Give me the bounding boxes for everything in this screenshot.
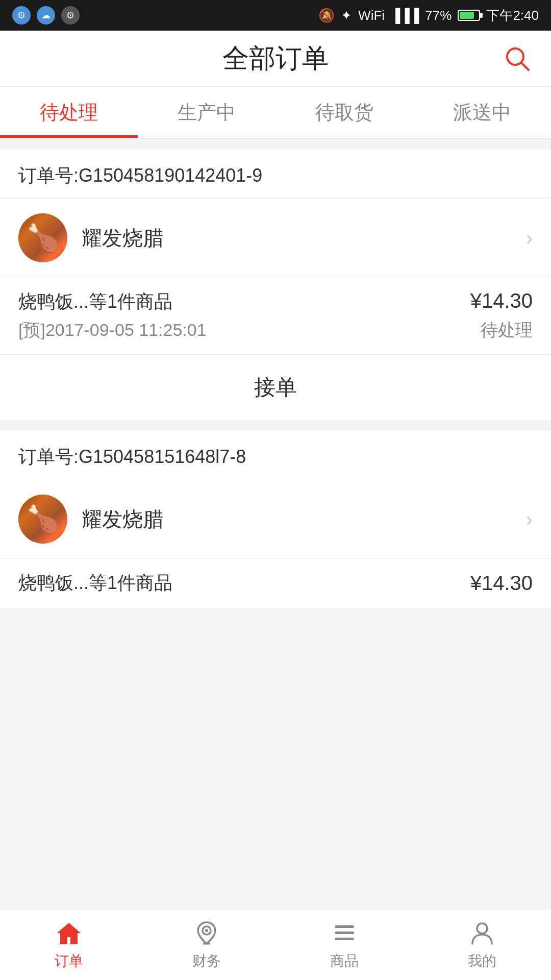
menu-lines-icon: [330, 919, 359, 947]
nav-mine[interactable]: 我的: [413, 909, 551, 980]
nav-mine-label: 我的: [468, 951, 496, 971]
svg-rect-6: [335, 925, 354, 928]
status-bar: ⚙ ☁ ⚙ 🔕 ✦ WiFi ▐▐▐ 77% 下午2:40: [0, 0, 551, 31]
nav-finance-label: 财务: [192, 951, 221, 971]
order-time-1: [预]2017-09-05 11:25:01: [18, 318, 207, 342]
tab-delivering[interactable]: 派送中: [413, 87, 551, 138]
chevron-right-icon-2: ›: [526, 508, 533, 531]
svg-rect-7: [335, 932, 354, 934]
search-icon: [504, 45, 531, 72]
tab-pending[interactable]: 待处理: [0, 87, 138, 138]
merchant-avatar-2: [18, 495, 67, 544]
tab-pickup[interactable]: 待取货: [276, 87, 413, 138]
order-card-2: 订单号:G150458151648l7-8 耀发烧腊 › 烧鸭饭...等1件商品…: [0, 430, 551, 608]
battery-icon: [458, 10, 480, 21]
merchant-avatar-1: [18, 213, 67, 262]
notification-icon-3: ⚙: [61, 6, 80, 24]
nav-orders-label: 订单: [55, 951, 83, 971]
mute-icon: 🔕: [318, 8, 335, 23]
battery-percent: 77%: [425, 8, 452, 23]
person-icon: [468, 919, 496, 947]
home-icon: [55, 919, 83, 947]
svg-marker-2: [57, 923, 81, 944]
status-right-icons: 🔕 ✦ WiFi ▐▐▐ 77% 下午2:40: [318, 7, 539, 24]
tab-bar: 待处理 生产中 待取货 派送中: [0, 87, 551, 139]
merchant-name-2: 耀发烧腊: [82, 505, 526, 533]
location-pin-icon: [192, 919, 221, 947]
merchant-row-1[interactable]: 耀发烧腊 ›: [0, 199, 551, 277]
wifi-icon: WiFi: [358, 8, 385, 23]
order-id-2: 订单号:G150458151648l7-8: [0, 430, 551, 480]
page-header: 全部订单: [0, 31, 551, 87]
partial-price: ¥14.30: [470, 572, 533, 595]
accept-row-1: 接单: [0, 354, 551, 420]
nav-orders[interactable]: 订单: [0, 909, 138, 980]
order-card-1: 订单号:G150458190142401-9 耀发烧腊 › 烧鸭饭...等1件商…: [0, 149, 551, 420]
signal-icon: ▐▐▐: [391, 8, 419, 23]
partial-order-row: 烧鸭饭...等1件商品 ¥14.30: [0, 558, 551, 608]
svg-rect-8: [335, 938, 354, 940]
partial-items: 烧鸭饭...等1件商品: [18, 571, 172, 596]
bottom-nav: 订单 财务 商品 我的: [0, 909, 551, 980]
order-meta-1: [预]2017-09-05 11:25:01 待处理: [0, 318, 551, 354]
notification-icon-2: ☁: [37, 6, 55, 24]
order-items-1: 烧鸭饭...等1件商品: [18, 289, 172, 314]
bluetooth-icon: ✦: [341, 8, 352, 23]
merchant-name-1: 耀发烧腊: [82, 224, 526, 252]
accept-button-1[interactable]: 接单: [254, 373, 297, 402]
merchant-row-2[interactable]: 耀发烧腊 ›: [0, 480, 551, 558]
svg-line-1: [521, 63, 529, 70]
nav-products-label: 商品: [330, 951, 359, 971]
orders-list: 订单号:G150458190142401-9 耀发烧腊 › 烧鸭饭...等1件商…: [0, 149, 551, 608]
search-button[interactable]: [502, 43, 533, 74]
order-status-1: 待处理: [481, 318, 533, 342]
svg-point-4: [205, 929, 208, 932]
order-id-1: 订单号:G150458190142401-9: [0, 149, 551, 199]
status-left-icons: ⚙ ☁ ⚙: [12, 6, 80, 24]
tab-producing[interactable]: 生产中: [138, 87, 276, 138]
order-price-1: ¥14.30: [470, 289, 533, 312]
order-detail-1: 烧鸭饭...等1件商品 ¥14.30: [0, 277, 551, 318]
nav-finance[interactable]: 财务: [138, 909, 276, 980]
nav-products[interactable]: 商品: [276, 909, 413, 980]
svg-point-9: [477, 923, 487, 934]
page-title: 全部订单: [222, 41, 329, 77]
chevron-right-icon-1: ›: [526, 227, 533, 250]
notification-icon-1: ⚙: [12, 6, 31, 24]
clock: 下午2:40: [486, 7, 539, 24]
